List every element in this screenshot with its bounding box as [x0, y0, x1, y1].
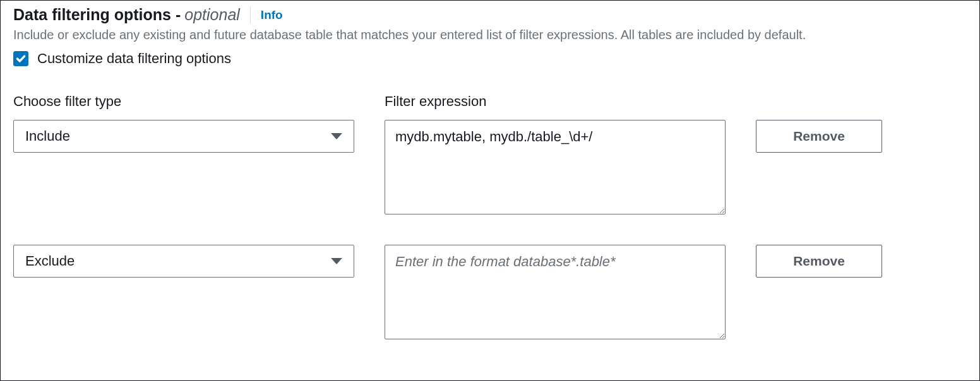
filter-row: Include Remove	[13, 120, 967, 214]
panel-description: Include or exclude any existing and futu…	[13, 25, 960, 44]
data-filtering-panel: Data filtering options - optional Info I…	[0, 0, 980, 381]
filters-area: Choose filter type Filter expression Inc…	[13, 93, 967, 339]
chevron-down-icon	[331, 133, 342, 139]
header-divider	[250, 7, 251, 23]
panel-title: Data filtering options -	[13, 6, 181, 24]
panel-title-optional: optional	[184, 6, 240, 24]
remove-button[interactable]: Remove	[756, 120, 882, 153]
filter-type-value: Exclude	[25, 253, 75, 269]
customize-checkbox-label: Customize data filtering options	[37, 50, 231, 67]
remove-button[interactable]: Remove	[756, 245, 882, 278]
customize-checkbox-row: Customize data filtering options	[13, 50, 967, 67]
filter-type-select[interactable]: Exclude	[13, 245, 354, 278]
filter-row: Exclude Remove	[13, 245, 967, 339]
filter-type-label: Choose filter type	[13, 93, 121, 109]
filter-type-value: Include	[25, 128, 70, 144]
filter-expression-input[interactable]	[385, 245, 726, 339]
filter-expression-label: Filter expression	[385, 93, 486, 109]
panel-header: Data filtering options - optional Info	[13, 6, 967, 24]
filter-expression-input[interactable]	[385, 120, 726, 214]
customize-checkbox[interactable]	[13, 51, 28, 66]
check-icon	[15, 53, 27, 64]
info-link[interactable]: Info	[261, 8, 283, 22]
chevron-down-icon	[331, 258, 342, 264]
column-labels-row: Choose filter type Filter expression	[13, 93, 967, 110]
filter-type-select[interactable]: Include	[13, 120, 354, 153]
